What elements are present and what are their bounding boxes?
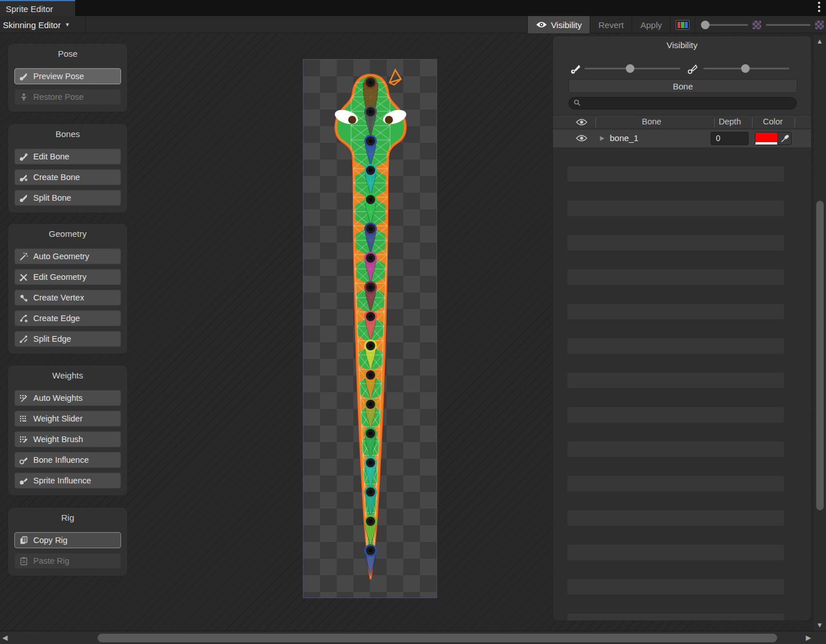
horizontal-scrollbar[interactable]: ◀ ▶	[0, 631, 826, 644]
scroll-up-icon[interactable]: ▲	[816, 37, 823, 45]
vertical-scrollbar[interactable]: ▲ ▼	[814, 36, 826, 631]
button-label: Split Edge	[33, 334, 71, 344]
button-label: Create Edge	[33, 314, 80, 323]
depth-input[interactable]: 0	[711, 132, 749, 145]
search-input[interactable]	[583, 99, 790, 108]
empty-list-row	[567, 510, 784, 526]
panel-bones: BonesEdit BoneCreate BoneSplit Bone	[7, 123, 128, 213]
sprite-influence-icon	[19, 476, 29, 486]
mode-dropdown[interactable]: Skinning Editor ▼	[0, 16, 86, 33]
auto-weights-icon	[19, 393, 29, 403]
bone-influence-button[interactable]: Bone Influence	[14, 452, 121, 468]
weight-brush-button[interactable]: Weight Brush	[14, 431, 121, 447]
sprite-opacity-knob[interactable]	[701, 21, 710, 29]
empty-list-row	[567, 373, 784, 388]
revert-button-label: Revert	[598, 20, 624, 30]
create-bone-icon	[19, 173, 29, 182]
scroll-left-icon[interactable]: ◀	[2, 634, 7, 642]
weight-slider-button[interactable]: Weight Slider	[14, 411, 121, 427]
scroll-right-icon[interactable]: ▶	[806, 634, 811, 642]
panel-geometry: GeometryAuto GeometryEdit GeometryCreate…	[7, 223, 128, 354]
button-label: Sprite Influence	[33, 476, 91, 485]
sprite-influence-button[interactable]: Sprite Influence	[14, 473, 121, 489]
sprite-opacity-slider[interactable]	[702, 24, 748, 26]
panel-pose: PosePreview PoseRestore Pose	[7, 43, 128, 112]
panel-weights: WeightsAuto WeightsWeight SliderWeight B…	[7, 365, 128, 496]
split-edge-icon	[19, 334, 29, 344]
mesh-opacity-slider[interactable]	[766, 24, 811, 26]
edit-bone-button[interactable]: Edit Bone	[14, 149, 121, 165]
mesh-overlay-knob[interactable]	[741, 64, 750, 73]
auto-weights-button[interactable]: Auto Weights	[14, 390, 121, 406]
panel-title: Weights	[14, 370, 121, 380]
button-label: Auto Weights	[33, 393, 83, 403]
create-edge-button[interactable]: Create Edge	[14, 310, 121, 326]
button-label: Copy Rig	[33, 536, 68, 545]
create-bone-button[interactable]: Create Bone	[14, 169, 121, 185]
mode-dropdown-label: Skinning Editor	[3, 20, 61, 30]
column-header-bone[interactable]: Bone	[642, 117, 661, 126]
eye-icon	[536, 21, 547, 28]
button-label: Preview Pose	[33, 72, 84, 81]
bone-outline-icon	[686, 63, 699, 77]
restore-pose-icon	[19, 92, 29, 102]
copy-rig-button[interactable]: Copy Rig	[14, 532, 121, 548]
visibility-toggle-label: Visibility	[551, 20, 582, 30]
button-label: Weight Slider	[33, 414, 83, 423]
button-label: Weight Brush	[33, 435, 83, 444]
tab-bone[interactable]: Bone	[568, 79, 797, 93]
bone-color-swatch[interactable]	[755, 132, 777, 145]
revert-button[interactable]: Revert	[590, 16, 632, 33]
horizontal-scrollbar-thumb[interactable]	[98, 634, 777, 642]
kebab-menu-icon[interactable]	[818, 2, 820, 12]
eye-icon[interactable]	[576, 119, 587, 126]
button-label: Bone Influence	[33, 455, 89, 465]
sprite-color-swatch-button[interactable]	[671, 16, 695, 33]
checker-sprite-icon	[753, 21, 761, 29]
create-edge-icon	[19, 314, 29, 323]
column-header-depth[interactable]: Depth	[719, 117, 741, 126]
split-edge-button[interactable]: Split Edge	[14, 331, 121, 347]
button-label: Restore Pose	[33, 92, 84, 102]
sprite-canvas[interactable]	[303, 59, 437, 598]
panel-title: Geometry	[14, 229, 121, 239]
eyedropper-icon[interactable]	[777, 132, 791, 145]
empty-list-row	[567, 545, 784, 560]
visibility-panel-title: Visibility	[553, 40, 811, 50]
button-label: Create Vertex	[33, 293, 84, 302]
empty-list-row	[567, 201, 784, 216]
visibility-toggle-button[interactable]: Visibility	[528, 16, 590, 33]
bone-opacity-slider[interactable]	[585, 68, 680, 69]
bone-search-box[interactable]	[568, 97, 797, 110]
column-header-color[interactable]: Color	[763, 117, 783, 126]
bone-table-row[interactable]: ▶ bone_1 0	[553, 130, 812, 147]
button-label: Edit Geometry	[33, 272, 87, 282]
rgb-swatch-icon	[676, 20, 689, 30]
scroll-down-icon[interactable]: ▼	[816, 621, 823, 629]
expand-triangle-icon[interactable]: ▶	[600, 135, 605, 141]
panel-title: Bones	[14, 129, 121, 139]
empty-list-row	[567, 166, 784, 182]
mesh-overlay-slider[interactable]	[703, 68, 789, 69]
tab-bone-label: Bone	[673, 81, 693, 91]
auto-geometry-button[interactable]: Auto Geometry	[14, 248, 121, 264]
search-icon	[574, 98, 580, 108]
bone-opacity-knob[interactable]	[626, 64, 634, 73]
empty-list-row	[567, 270, 784, 285]
auto-geometry-icon	[19, 252, 29, 261]
empty-list-row	[567, 476, 784, 491]
empty-list-row	[567, 614, 784, 621]
apply-button[interactable]: Apply	[632, 16, 670, 33]
vertical-scrollbar-thumb[interactable]	[816, 201, 824, 510]
create-vertex-icon	[19, 293, 29, 303]
toolbar: Skinning Editor ▼ Visibility Revert Appl…	[0, 16, 826, 33]
chevron-down-icon: ▼	[65, 22, 70, 28]
eye-icon[interactable]	[576, 135, 587, 142]
create-vertex-button[interactable]: Create Vertex	[14, 290, 121, 306]
edit-bone-icon	[19, 152, 29, 162]
split-bone-button[interactable]: Split Bone	[14, 190, 121, 206]
empty-list-row	[567, 235, 784, 251]
edit-geometry-button[interactable]: Edit Geometry	[14, 269, 121, 285]
tab-sprite-editor[interactable]: Sprite Editor	[0, 0, 75, 16]
preview-pose-button[interactable]: Preview Pose	[14, 68, 121, 84]
